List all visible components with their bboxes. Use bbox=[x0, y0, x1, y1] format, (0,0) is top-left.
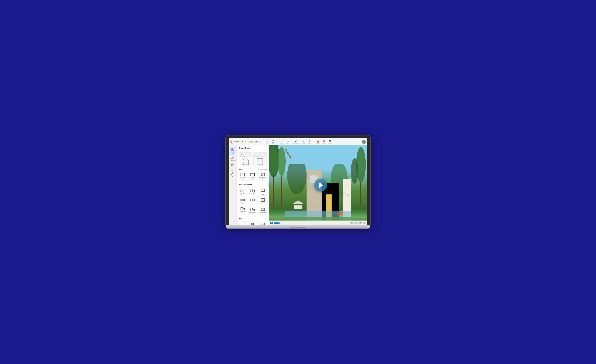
explore-arrow: › bbox=[251, 153, 251, 155]
window-label: Window bbox=[251, 202, 255, 204]
images-button[interactable]: 🖼 Images bbox=[327, 140, 333, 144]
draw-rooms-tool[interactable]: Draw Rooms R bbox=[258, 171, 267, 181]
corner-bay-window-tool[interactable]: Corner Bay Window bbox=[238, 206, 247, 215]
view-ctrl-3[interactable]: ⚙ bbox=[359, 222, 362, 224]
viewport-bottom-bar: ⊞ Plane 1 3D ▾ 🏠 📷 ⚙ ✕ bbox=[269, 221, 367, 225]
view-icon: 👁 bbox=[308, 140, 311, 142]
draw-section-header: Draw ⚙ Wall Setting bbox=[237, 168, 269, 171]
view-button[interactable]: 👁 View bbox=[306, 140, 312, 144]
svg-point-55 bbox=[269, 145, 278, 178]
window-icon bbox=[250, 198, 255, 202]
sidebar-item-customize[interactable]: Customize bbox=[229, 155, 236, 162]
by-center-tool[interactable]: By Center ⌘L bbox=[238, 171, 247, 181]
french-window-label: French Window bbox=[259, 202, 267, 204]
tools-icon: 🔧 bbox=[302, 140, 305, 142]
redo-icon: ↪ bbox=[287, 140, 289, 142]
double-door-tool[interactable]: Double Door bbox=[248, 187, 257, 196]
sidebar-item-model-library[interactable]: ModelLibrary bbox=[229, 163, 236, 171]
laptop-base bbox=[226, 225, 370, 229]
undo-button[interactable]: ↩ Undo bbox=[279, 140, 284, 144]
structure-section-header: 结构 bbox=[237, 217, 269, 221]
svg-point-7 bbox=[232, 157, 233, 158]
by-edge-shortcut: L bbox=[252, 179, 253, 180]
window-tool[interactable]: Window bbox=[248, 197, 257, 205]
svg-point-57 bbox=[278, 147, 286, 176]
laptop-outer: HOMESTYLER 🔒 Project Nme ▾ 📄 File bbox=[226, 135, 370, 229]
customize-icon bbox=[231, 156, 234, 160]
floor-plan-view-icon[interactable]: ⊞ bbox=[270, 222, 273, 224]
view-controls-right: 🏠 📷 ⚙ ✕ bbox=[350, 222, 366, 224]
save-button[interactable]: 💾 Save bbox=[270, 140, 276, 144]
undo-icon: ↩ bbox=[281, 140, 283, 142]
single-door-tool[interactable]: Single Door bbox=[238, 187, 247, 196]
render-button[interactable]: 🎨 Render bbox=[321, 140, 327, 144]
my-label: My bbox=[232, 176, 233, 177]
svg-rect-31 bbox=[241, 200, 242, 201]
toolbar-file-group: 📄 File 💾 Save bbox=[264, 140, 276, 144]
coner-window-tool[interactable]: Coner Window bbox=[248, 206, 257, 215]
girder-icon bbox=[260, 222, 265, 225]
wall-setting-button[interactable]: ⚙ Wall Setting bbox=[258, 169, 267, 170]
import-floor-plan-card[interactable]: Import › Floor Plan bbox=[253, 152, 267, 166]
french-window-tool[interactable]: French Window bbox=[258, 197, 267, 205]
material-brush-icon: 🖌 bbox=[294, 140, 297, 142]
plane1-tab[interactable]: Plane 1 bbox=[274, 222, 280, 224]
view-ctrl-4[interactable]: ✕ bbox=[363, 222, 366, 224]
svg-rect-60 bbox=[360, 182, 361, 206]
svg-rect-12 bbox=[244, 162, 245, 165]
flue-icon bbox=[250, 222, 255, 225]
file-button[interactable]: 📄 File bbox=[264, 140, 270, 144]
svg-rect-23 bbox=[261, 174, 263, 176]
project-name-text: Project Nme bbox=[251, 141, 259, 143]
my-icon bbox=[231, 172, 234, 176]
app-container: HOMESTYLER 🔒 Project Nme ▾ 📄 File bbox=[229, 138, 367, 225]
import-card-image bbox=[253, 157, 267, 166]
sliding-door-tool[interactable]: Sliding Door bbox=[238, 197, 247, 205]
icon-sidebar: CreateRoom Customize bbox=[229, 145, 237, 225]
svg-rect-5 bbox=[231, 149, 232, 150]
laptop-bezel: HOMESTYLER 🔒 Project Nme ▾ 📄 File bbox=[226, 135, 370, 225]
by-edge-tool[interactable]: By Edge L bbox=[248, 171, 257, 181]
user-avatar[interactable] bbox=[362, 140, 366, 144]
toolbar-output-group: 📤 Export 🎨 Render 🖼 Images bbox=[315, 140, 333, 144]
file-icon: 📄 bbox=[266, 140, 268, 142]
export-button[interactable]: 📤 Export bbox=[315, 140, 321, 144]
redo-button[interactable]: ↪ Redo bbox=[285, 140, 291, 144]
girder-tool[interactable]: Girder bbox=[258, 221, 267, 225]
import-floor-plan-preview bbox=[256, 158, 264, 165]
model-library-icon bbox=[231, 163, 234, 167]
sidebar-item-my[interactable]: My bbox=[229, 171, 236, 178]
explore-card-header: Explore › bbox=[239, 152, 252, 155]
view-ctrl-1[interactable]: 🏠 bbox=[350, 222, 354, 224]
explore-templates-card[interactable]: Explore › Templates bbox=[238, 152, 252, 166]
images-label: Images bbox=[328, 142, 332, 144]
bay-window-label: Bay Window bbox=[260, 212, 266, 213]
project-name-button[interactable]: 🔒 Project Nme ▾ bbox=[248, 141, 261, 143]
svg-rect-28 bbox=[261, 189, 265, 192]
svg-rect-6 bbox=[233, 149, 234, 150]
sidebar-item-create-room[interactable]: CreateRoom bbox=[229, 147, 236, 155]
door-opening-tool[interactable]: Door Opening bbox=[238, 221, 247, 225]
tools-button[interactable]: 🔧 Tools bbox=[300, 140, 306, 144]
unequal-double-door-icon bbox=[260, 188, 265, 192]
single-door-icon bbox=[240, 189, 245, 193]
svg-rect-88 bbox=[294, 205, 302, 209]
flue-tool[interactable]: Flue bbox=[248, 221, 257, 225]
import-card-header: Import › bbox=[253, 152, 267, 155]
bay-window-tool[interactable]: Bay Window bbox=[258, 206, 267, 215]
material-brush-button[interactable]: 🖌 Material Brush bbox=[291, 140, 300, 144]
by-edge-icon bbox=[250, 173, 255, 177]
view-ctrl-2[interactable]: 📷 bbox=[355, 222, 358, 224]
view-label: View bbox=[308, 142, 311, 144]
svg-point-93 bbox=[342, 212, 343, 214]
svg-rect-2 bbox=[231, 142, 232, 142]
coner-window-icon bbox=[250, 207, 255, 211]
play-button[interactable] bbox=[314, 179, 327, 192]
3d-tab[interactable]: 3D ▾ bbox=[280, 222, 284, 224]
door-window-section-title: Door and Window bbox=[238, 184, 252, 186]
draw-rooms-shortcut: R bbox=[262, 179, 263, 180]
brand-logo bbox=[230, 140, 233, 143]
unequal-double-door-tool[interactable]: Unequal Double Door bbox=[258, 187, 267, 196]
svg-rect-4 bbox=[233, 148, 234, 149]
import-sub-label: Floor Plan bbox=[253, 155, 267, 157]
